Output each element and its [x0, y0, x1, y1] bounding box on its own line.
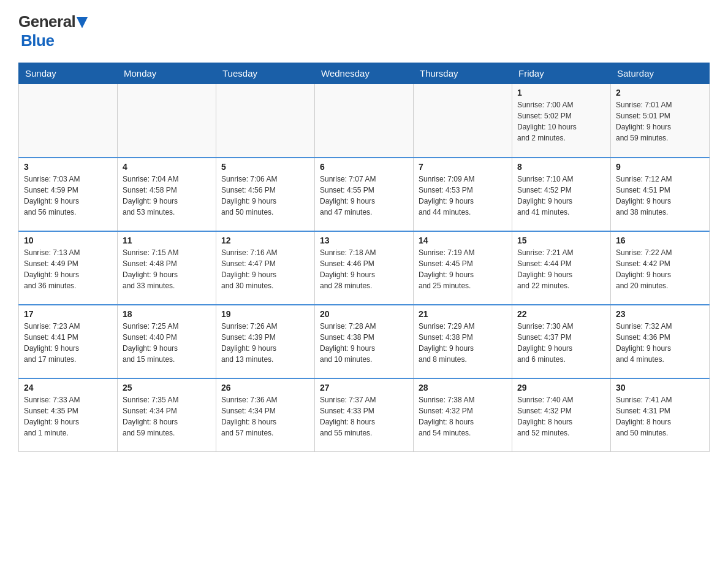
day-info: Sunrise: 7:35 AMSunset: 4:34 PMDaylight:… — [123, 394, 211, 439]
calendar-cell: 1Sunrise: 7:00 AMSunset: 5:02 PMDaylight… — [512, 84, 611, 158]
day-number: 6 — [320, 162, 408, 172]
calendar-cell: 3Sunrise: 7:03 AMSunset: 4:59 PMDaylight… — [19, 158, 118, 231]
calendar-cell: 13Sunrise: 7:18 AMSunset: 4:46 PMDayligh… — [315, 231, 414, 305]
calendar-week-row: 24Sunrise: 7:33 AMSunset: 4:35 PMDayligh… — [19, 378, 710, 452]
calendar-cell: 25Sunrise: 7:35 AMSunset: 4:34 PMDayligh… — [118, 378, 216, 452]
day-info: Sunrise: 7:15 AMSunset: 4:48 PMDaylight:… — [123, 247, 211, 291]
weekday-header-friday: Friday — [512, 63, 611, 84]
calendar-cell: 20Sunrise: 7:28 AMSunset: 4:38 PMDayligh… — [315, 305, 414, 378]
day-number: 3 — [24, 162, 112, 172]
calendar-cell — [118, 84, 216, 158]
day-info: Sunrise: 7:22 AMSunset: 4:42 PMDaylight:… — [616, 247, 704, 291]
day-info: Sunrise: 7:13 AMSunset: 4:49 PMDaylight:… — [24, 247, 112, 291]
calendar-cell: 28Sunrise: 7:38 AMSunset: 4:32 PMDayligh… — [414, 378, 512, 452]
day-info: Sunrise: 7:38 AMSunset: 4:32 PMDaylight:… — [419, 394, 507, 439]
logo-arrow-icon — [77, 17, 88, 28]
weekday-header-wednesday: Wednesday — [315, 63, 414, 84]
calendar-cell: 10Sunrise: 7:13 AMSunset: 4:49 PMDayligh… — [19, 231, 118, 305]
weekday-header-saturday: Saturday — [611, 63, 710, 84]
weekday-header-monday: Monday — [118, 63, 216, 84]
day-info: Sunrise: 7:16 AMSunset: 4:47 PMDaylight:… — [221, 247, 309, 291]
day-info: Sunrise: 7:41 AMSunset: 4:31 PMDaylight:… — [616, 394, 704, 439]
calendar-cell: 26Sunrise: 7:36 AMSunset: 4:34 PMDayligh… — [216, 378, 315, 452]
page-header: General Blue — [18, 12, 710, 50]
day-info: Sunrise: 7:10 AMSunset: 4:52 PMDaylight:… — [517, 174, 605, 218]
calendar-cell: 6Sunrise: 7:07 AMSunset: 4:55 PMDaylight… — [315, 158, 414, 231]
day-info: Sunrise: 7:40 AMSunset: 4:32 PMDaylight:… — [517, 394, 605, 439]
day-info: Sunrise: 7:28 AMSunset: 4:38 PMDaylight:… — [320, 321, 408, 365]
day-number: 21 — [419, 309, 507, 319]
calendar-cell: 22Sunrise: 7:30 AMSunset: 4:37 PMDayligh… — [512, 305, 611, 378]
calendar-week-row: 17Sunrise: 7:23 AMSunset: 4:41 PMDayligh… — [19, 305, 710, 378]
day-info: Sunrise: 7:03 AMSunset: 4:59 PMDaylight:… — [24, 174, 112, 218]
day-number: 17 — [24, 309, 112, 319]
day-number: 24 — [24, 383, 112, 393]
day-number: 29 — [517, 383, 605, 393]
calendar-cell: 5Sunrise: 7:06 AMSunset: 4:56 PMDaylight… — [216, 158, 315, 231]
day-number: 12 — [221, 236, 309, 245]
day-number: 9 — [616, 162, 704, 172]
day-number: 15 — [517, 236, 605, 245]
day-info: Sunrise: 7:06 AMSunset: 4:56 PMDaylight:… — [221, 174, 309, 218]
logo: General Blue — [18, 12, 88, 50]
day-number: 23 — [616, 309, 704, 319]
calendar-cell: 4Sunrise: 7:04 AMSunset: 4:58 PMDaylight… — [118, 158, 216, 231]
day-number: 22 — [517, 309, 605, 319]
calendar-week-row: 10Sunrise: 7:13 AMSunset: 4:49 PMDayligh… — [19, 231, 710, 305]
logo-general-text: General — [18, 12, 75, 31]
day-number: 20 — [320, 309, 408, 319]
day-number: 1 — [517, 88, 605, 98]
calendar-cell: 17Sunrise: 7:23 AMSunset: 4:41 PMDayligh… — [19, 305, 118, 378]
day-info: Sunrise: 7:25 AMSunset: 4:40 PMDaylight:… — [123, 321, 211, 365]
calendar-week-row: 1Sunrise: 7:00 AMSunset: 5:02 PMDaylight… — [19, 84, 710, 158]
calendar-table: SundayMondayTuesdayWednesdayThursdayFrid… — [18, 63, 710, 452]
day-info: Sunrise: 7:00 AMSunset: 5:02 PMDaylight:… — [517, 99, 605, 144]
day-info: Sunrise: 7:23 AMSunset: 4:41 PMDaylight:… — [24, 321, 112, 365]
day-number: 11 — [123, 236, 211, 245]
day-number: 18 — [123, 309, 211, 319]
weekday-header-row: SundayMondayTuesdayWednesdayThursdayFrid… — [19, 63, 710, 84]
day-info: Sunrise: 7:09 AMSunset: 4:53 PMDaylight:… — [419, 174, 507, 218]
calendar-cell — [19, 84, 118, 158]
weekday-header-sunday: Sunday — [19, 63, 118, 84]
calendar-cell: 8Sunrise: 7:10 AMSunset: 4:52 PMDaylight… — [512, 158, 611, 231]
day-info: Sunrise: 7:29 AMSunset: 4:38 PMDaylight:… — [419, 321, 507, 365]
day-number: 25 — [123, 383, 211, 393]
day-number: 8 — [517, 162, 605, 172]
day-info: Sunrise: 7:37 AMSunset: 4:33 PMDaylight:… — [320, 394, 408, 439]
day-number: 4 — [123, 162, 211, 172]
day-number: 16 — [616, 236, 704, 245]
day-info: Sunrise: 7:01 AMSunset: 5:01 PMDaylight:… — [616, 99, 704, 144]
calendar-cell: 30Sunrise: 7:41 AMSunset: 4:31 PMDayligh… — [611, 378, 710, 452]
calendar-cell: 16Sunrise: 7:22 AMSunset: 4:42 PMDayligh… — [611, 231, 710, 305]
day-info: Sunrise: 7:07 AMSunset: 4:55 PMDaylight:… — [320, 174, 408, 218]
calendar-cell: 18Sunrise: 7:25 AMSunset: 4:40 PMDayligh… — [118, 305, 216, 378]
weekday-header-tuesday: Tuesday — [216, 63, 315, 84]
day-info: Sunrise: 7:19 AMSunset: 4:45 PMDaylight:… — [419, 247, 507, 291]
day-number: 30 — [616, 383, 704, 393]
calendar-cell: 24Sunrise: 7:33 AMSunset: 4:35 PMDayligh… — [19, 378, 118, 452]
calendar-cell: 15Sunrise: 7:21 AMSunset: 4:44 PMDayligh… — [512, 231, 611, 305]
calendar-cell: 29Sunrise: 7:40 AMSunset: 4:32 PMDayligh… — [512, 378, 611, 452]
day-number: 13 — [320, 236, 408, 245]
day-number: 28 — [419, 383, 507, 393]
day-number: 27 — [320, 383, 408, 393]
calendar-cell — [315, 84, 414, 158]
calendar-cell: 27Sunrise: 7:37 AMSunset: 4:33 PMDayligh… — [315, 378, 414, 452]
day-info: Sunrise: 7:18 AMSunset: 4:46 PMDaylight:… — [320, 247, 408, 291]
calendar-cell: 2Sunrise: 7:01 AMSunset: 5:01 PMDaylight… — [611, 84, 710, 158]
calendar-cell — [216, 84, 315, 158]
calendar-cell — [414, 84, 512, 158]
calendar-cell: 23Sunrise: 7:32 AMSunset: 4:36 PMDayligh… — [611, 305, 710, 378]
calendar-cell: 14Sunrise: 7:19 AMSunset: 4:45 PMDayligh… — [414, 231, 512, 305]
day-number: 7 — [419, 162, 507, 172]
logo-blue-text: Blue — [21, 31, 54, 50]
day-info: Sunrise: 7:30 AMSunset: 4:37 PMDaylight:… — [517, 321, 605, 365]
day-number: 2 — [616, 88, 704, 98]
day-number: 26 — [221, 383, 309, 393]
calendar-cell: 9Sunrise: 7:12 AMSunset: 4:51 PMDaylight… — [611, 158, 710, 231]
calendar-cell: 12Sunrise: 7:16 AMSunset: 4:47 PMDayligh… — [216, 231, 315, 305]
calendar-week-row: 3Sunrise: 7:03 AMSunset: 4:59 PMDaylight… — [19, 158, 710, 231]
day-info: Sunrise: 7:12 AMSunset: 4:51 PMDaylight:… — [616, 174, 704, 218]
day-number: 19 — [221, 309, 309, 319]
